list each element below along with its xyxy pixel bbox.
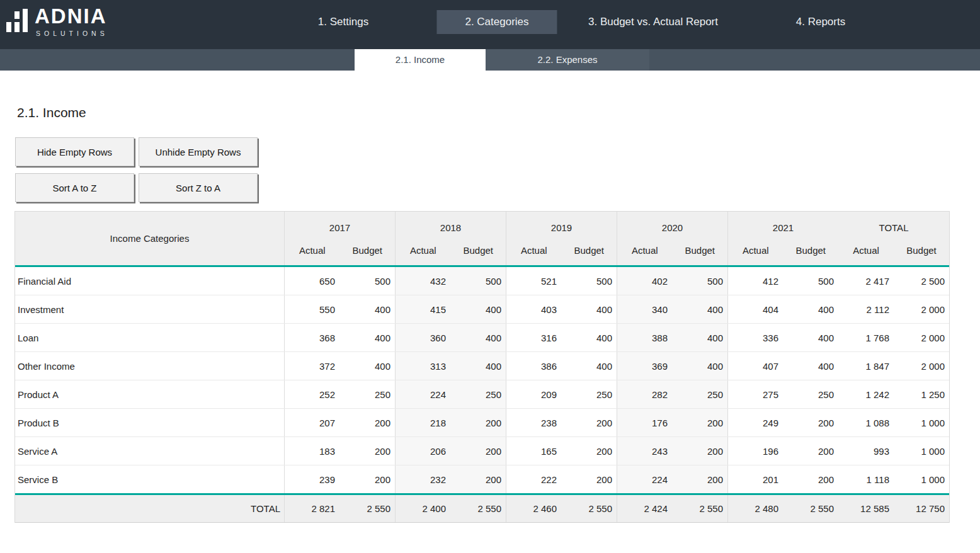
value-cell[interactable]: 404 (727, 295, 783, 323)
value-cell[interactable]: 400 (450, 352, 506, 380)
value-cell[interactable]: 1 000 (894, 465, 949, 493)
value-cell[interactable]: 224 (617, 465, 672, 493)
category-cell[interactable]: Other Income (15, 352, 284, 380)
category-cell[interactable]: Product B (15, 409, 284, 436)
value-cell[interactable]: 1 000 (894, 437, 949, 465)
value-cell[interactable]: 1 768 (838, 324, 894, 351)
value-cell[interactable]: 1 847 (838, 352, 894, 380)
value-cell[interactable]: 400 (783, 295, 838, 323)
value-cell[interactable]: 282 (617, 380, 672, 408)
value-cell[interactable]: 369 (617, 352, 672, 380)
subnav-tab-expenses[interactable]: 2.2. Expenses (486, 49, 649, 71)
value-cell[interactable]: 500 (561, 267, 617, 295)
value-cell[interactable]: 249 (727, 409, 783, 436)
category-cell[interactable]: Product A (15, 380, 284, 408)
value-cell[interactable]: 201 (727, 465, 783, 493)
value-cell[interactable]: 336 (727, 324, 783, 351)
value-cell[interactable]: 200 (672, 437, 727, 465)
value-cell[interactable]: 2 417 (838, 267, 894, 295)
value-cell[interactable]: 200 (783, 437, 838, 465)
value-cell[interactable]: 165 (506, 437, 561, 465)
value-cell[interactable]: 386 (506, 352, 561, 380)
value-cell[interactable]: 222 (506, 465, 561, 493)
value-cell[interactable]: 500 (450, 267, 506, 295)
value-cell[interactable]: 400 (339, 295, 395, 323)
value-cell[interactable]: 368 (284, 324, 339, 351)
value-cell[interactable]: 250 (783, 380, 838, 408)
value-cell[interactable]: 650 (284, 267, 339, 295)
value-cell[interactable]: 238 (506, 409, 561, 436)
value-cell[interactable]: 1 250 (894, 380, 949, 408)
value-cell[interactable]: 2 000 (894, 324, 949, 351)
value-cell[interactable]: 400 (561, 352, 617, 380)
nav-tab-settings[interactable]: 1. Settings (290, 10, 397, 34)
value-cell[interactable]: 400 (561, 295, 617, 323)
value-cell[interactable]: 243 (617, 437, 672, 465)
value-cell[interactable]: 400 (450, 324, 506, 351)
value-cell[interactable]: 1 242 (838, 380, 894, 408)
value-cell[interactable]: 218 (395, 409, 450, 436)
value-cell[interactable]: 521 (506, 267, 561, 295)
category-cell[interactable]: Service B (15, 465, 284, 493)
value-cell[interactable]: 388 (617, 324, 672, 351)
value-cell[interactable]: 432 (395, 267, 450, 295)
value-cell[interactable]: 2 112 (838, 295, 894, 323)
value-cell[interactable]: 200 (561, 409, 617, 436)
value-cell[interactable]: 250 (339, 380, 395, 408)
value-cell[interactable]: 400 (339, 352, 395, 380)
subnav-tab-income[interactable]: 2.1. Income (355, 49, 486, 71)
value-cell[interactable]: 400 (783, 352, 838, 380)
value-cell[interactable]: 407 (727, 352, 783, 380)
value-cell[interactable]: 1 118 (838, 465, 894, 493)
category-cell[interactable]: Financial Aid (15, 267, 284, 295)
value-cell[interactable]: 252 (284, 380, 339, 408)
value-cell[interactable]: 239 (284, 465, 339, 493)
value-cell[interactable]: 993 (838, 437, 894, 465)
value-cell[interactable]: 340 (617, 295, 672, 323)
value-cell[interactable]: 400 (450, 295, 506, 323)
value-cell[interactable]: 412 (727, 267, 783, 295)
value-cell[interactable]: 200 (339, 465, 395, 493)
category-cell[interactable]: Service A (15, 437, 284, 465)
sort-z-to-a-button[interactable]: Sort Z to A (139, 173, 258, 202)
value-cell[interactable]: 207 (284, 409, 339, 436)
value-cell[interactable]: 176 (617, 409, 672, 436)
value-cell[interactable]: 1 000 (894, 409, 949, 436)
value-cell[interactable]: 400 (339, 324, 395, 351)
value-cell[interactable]: 2 000 (894, 295, 949, 323)
value-cell[interactable]: 500 (783, 267, 838, 295)
category-cell[interactable]: Loan (15, 324, 284, 351)
value-cell[interactable]: 316 (506, 324, 561, 351)
value-cell[interactable]: 500 (672, 267, 727, 295)
unhide-empty-rows-button[interactable]: Unhide Empty Rows (139, 137, 258, 166)
nav-tab-categories[interactable]: 2. Categories (436, 10, 557, 34)
value-cell[interactable]: 200 (450, 465, 506, 493)
value-cell[interactable]: 183 (284, 437, 339, 465)
value-cell[interactable]: 200 (672, 409, 727, 436)
nav-tab-budget-vs-actual-report[interactable]: 3. Budget vs. Actual Report (560, 10, 746, 34)
value-cell[interactable]: 200 (561, 437, 617, 465)
value-cell[interactable]: 400 (672, 352, 727, 380)
value-cell[interactable]: 206 (395, 437, 450, 465)
value-cell[interactable]: 250 (672, 380, 727, 408)
value-cell[interactable]: 415 (395, 295, 450, 323)
value-cell[interactable]: 360 (395, 324, 450, 351)
value-cell[interactable]: 200 (561, 465, 617, 493)
value-cell[interactable]: 275 (727, 380, 783, 408)
value-cell[interactable]: 200 (672, 465, 727, 493)
value-cell[interactable]: 2 000 (894, 352, 949, 380)
value-cell[interactable]: 196 (727, 437, 783, 465)
value-cell[interactable]: 250 (561, 380, 617, 408)
value-cell[interactable]: 200 (783, 465, 838, 493)
value-cell[interactable]: 200 (450, 409, 506, 436)
value-cell[interactable]: 250 (450, 380, 506, 408)
category-cell[interactable]: Investment (15, 295, 284, 323)
nav-tab-reports[interactable]: 4. Reports (768, 10, 874, 34)
value-cell[interactable]: 200 (339, 409, 395, 436)
value-cell[interactable]: 372 (284, 352, 339, 380)
value-cell[interactable]: 200 (339, 437, 395, 465)
sort-a-to-z-button[interactable]: Sort A to Z (15, 173, 134, 202)
value-cell[interactable]: 209 (506, 380, 561, 408)
value-cell[interactable]: 2 500 (894, 267, 949, 295)
value-cell[interactable]: 200 (450, 437, 506, 465)
